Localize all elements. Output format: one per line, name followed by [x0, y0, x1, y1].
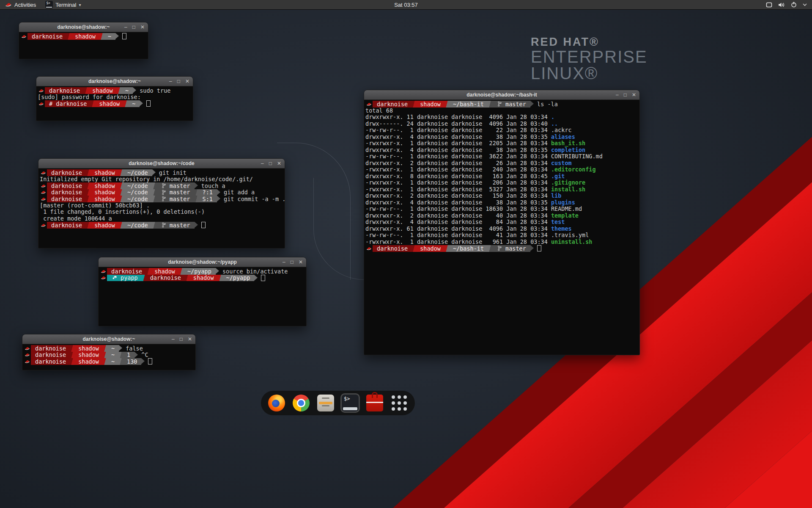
segment-divider: [412, 245, 416, 252]
prompt-segment-path: ~/pyapp: [222, 275, 255, 282]
terminal-window-bash-it[interactable]: darknoise@shadow:~/bash-it –□✕ darknoise…: [364, 90, 640, 355]
segment-divider: [100, 33, 104, 40]
segment-divider: [117, 87, 121, 94]
segment-arrow: [254, 275, 258, 281]
window-titlebar[interactable]: darknoise@shadow:~ –□✕: [19, 22, 148, 32]
terminal-content[interactable]: darknoiseshadow~ sudo true[sudo] passwor…: [36, 86, 193, 121]
ls-filename: bash_it.sh: [551, 140, 585, 146]
prompt-segment-host: shadow: [71, 33, 100, 40]
segment-divider: [119, 189, 123, 196]
terminal-window-pyapp[interactable]: darknoise@shadow:~/pyapp –□✕ darknoisesh…: [98, 257, 307, 326]
terminal-content[interactable]: darknoiseshadow~/bash-itmaster ls -latot…: [364, 100, 639, 355]
ls-filename: completion: [551, 146, 585, 153]
minimize-button[interactable]: –: [124, 25, 127, 30]
window-titlebar[interactable]: darknoise@shadow:~ –□✕: [22, 334, 195, 344]
command-text: git init: [156, 169, 187, 176]
maximize-button[interactable]: □: [132, 25, 135, 30]
segment-divider: [445, 245, 449, 252]
terminal-line: darknoiseshadow~: [20, 33, 148, 40]
minimize-button[interactable]: –: [616, 92, 619, 97]
command-text: source bin/activate: [219, 268, 288, 275]
maximize-button[interactable]: □: [177, 79, 180, 84]
clock[interactable]: Sat 03:57: [394, 2, 418, 8]
segment-arrow: [530, 101, 534, 107]
terminal-window-code[interactable]: darknoise@shadow:~/code –□✕ darknoisesha…: [38, 158, 285, 248]
terminal-window-home-2[interactable]: darknoise@shadow:~ –□✕ darknoiseshadow~ …: [22, 334, 196, 370]
segment-arrow: [119, 345, 122, 351]
segment-divider: [412, 101, 416, 108]
prompt-segment-user: darknoise: [146, 275, 185, 282]
redhat-icon: [40, 222, 47, 229]
terminal-content[interactable]: darknoiseshadow~ falsedarknoiseshadow~1 …: [22, 344, 195, 370]
prompt-segment-status: S:1: [198, 196, 217, 202]
terminal-line: drwxrwxr-x. 2 darknoise darknoise 150 Ja…: [365, 193, 639, 199]
terminal-content[interactable]: darknoiseshadow~/code git initInitialize…: [38, 168, 285, 248]
terminal-content[interactable]: darknoiseshadow~/pyapp source bin/activa…: [99, 267, 306, 326]
dock-toolbox-icon[interactable]: [365, 393, 384, 413]
segment-arrow: [115, 33, 119, 39]
activities-button[interactable]: Activities: [0, 0, 41, 9]
window-titlebar[interactable]: darknoise@shadow:~/bash-it –□✕: [364, 90, 639, 100]
segment-divider: [218, 275, 222, 282]
dock-terminal-icon[interactable]: $>: [340, 393, 360, 413]
branch-icon: [160, 222, 167, 228]
segment-divider: [91, 100, 95, 107]
prompt-segment-host: shadow: [90, 222, 119, 229]
redhat-icon: [100, 275, 107, 282]
dock-files-icon[interactable]: [316, 393, 335, 413]
minimize-button[interactable]: –: [169, 79, 172, 84]
power-icon[interactable]: [791, 2, 797, 8]
dock-firefox-icon[interactable]: [267, 393, 286, 413]
python-icon: [111, 276, 118, 280]
terminal-cursor: [146, 100, 151, 107]
dock-chrome-icon[interactable]: [291, 393, 311, 413]
redhat-icon: [24, 345, 31, 352]
chevron-down-icon[interactable]: [803, 3, 807, 6]
window-titlebar[interactable]: darknoise@shadow:~ –□✕: [36, 77, 193, 86]
maximize-button[interactable]: □: [180, 337, 183, 342]
close-button[interactable]: ✕: [277, 161, 281, 166]
minimize-button[interactable]: –: [261, 161, 264, 166]
segment-divider: [103, 358, 107, 365]
screen-icon[interactable]: [766, 2, 772, 8]
close-button[interactable]: ✕: [140, 25, 145, 30]
minimize-button[interactable]: –: [172, 337, 175, 342]
ls-filename: custom: [551, 160, 572, 166]
app-menu-terminal[interactable]: $> Terminal ▾: [41, 0, 85, 9]
close-button[interactable]: ✕: [632, 92, 636, 97]
maximize-button[interactable]: □: [269, 161, 272, 166]
ls-filename: plugins: [551, 199, 575, 206]
terminal-line: darknoiseshadow~/code git init: [40, 169, 285, 176]
prompt-segment-user: darknoise: [47, 169, 86, 176]
window-title: darknoise@shadow:~: [22, 336, 195, 342]
terminal-line: drwxrwxr-x. 4 darknoise darknoise 38 Jan…: [365, 134, 639, 141]
prompt-segment-git: master: [156, 222, 195, 229]
terminal-window-home-1[interactable]: darknoise@shadow:~ –□✕ darknoiseshadow~: [19, 22, 148, 59]
segment-divider: [152, 189, 156, 196]
command-text: false: [122, 345, 143, 352]
prompt-segment-user: darknoise: [47, 196, 86, 202]
close-button[interactable]: ✕: [188, 337, 192, 342]
maximize-button[interactable]: □: [624, 92, 627, 97]
maximize-button[interactable]: □: [291, 260, 294, 265]
window-titlebar[interactable]: darknoise@shadow:~/pyapp –□✕: [99, 257, 306, 267]
prompt-segment-git: master: [156, 196, 195, 202]
command-text: touch a: [198, 182, 225, 189]
close-button[interactable]: ✕: [185, 79, 189, 84]
prompt-segment-path: ~: [128, 100, 140, 107]
segment-divider: [119, 358, 123, 365]
terminal-content[interactable]: darknoiseshadow~: [19, 32, 148, 59]
window-titlebar[interactable]: darknoise@shadow:~/code –□✕: [38, 159, 285, 168]
redhat-icon: [365, 101, 373, 108]
terminal-line: -rwxrwxr-x. 1 darknoise darknoise 961 Ja…: [365, 239, 639, 246]
terminal-line: darknoiseshadow~/pyapp source bin/activa…: [100, 268, 306, 275]
segment-arrow: [195, 222, 198, 228]
prompt-segment-host: shadow: [74, 345, 103, 352]
volume-icon[interactable]: [778, 2, 785, 8]
prompt-segment-git: master: [492, 101, 530, 108]
close-button[interactable]: ✕: [299, 260, 303, 265]
minimize-button[interactable]: –: [283, 260, 285, 265]
dock-app-grid-icon[interactable]: [390, 393, 409, 413]
terminal-window-sudo[interactable]: darknoise@shadow:~ –□✕ darknoiseshadow~ …: [36, 76, 193, 121]
command-text: ls -la: [534, 101, 558, 108]
